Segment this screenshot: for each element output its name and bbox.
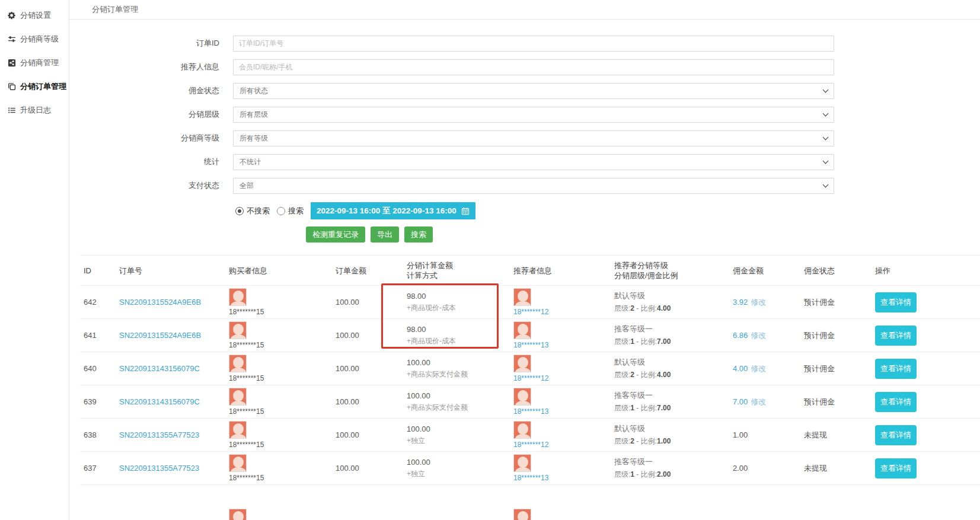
referrer-grade: 默认等级 — [614, 423, 726, 434]
column-header-1: 订单号 — [116, 256, 225, 286]
calc-amount: 100.00 — [407, 425, 506, 433]
filter-select-2[interactable]: 所有状态 — [233, 83, 834, 99]
green-button-0[interactable]: 检测重复记录 — [306, 226, 365, 243]
sidebar: 分销设置分销商等级分销商管理分销订单管理升级日志 — [0, 0, 69, 520]
cell-partial — [403, 485, 510, 520]
cell-referrer: 18*******13 — [510, 319, 611, 352]
sidebar-item-3[interactable]: 分销订单管理 — [0, 75, 69, 98]
level-prefix: 层级: — [614, 337, 630, 346]
calc-amount: 100.00 — [407, 358, 506, 367]
filter-row: 佣金状态所有状态 — [69, 79, 980, 103]
cell-id: 639 — [80, 385, 116, 419]
radio-search[interactable]: 搜索 — [277, 206, 304, 216]
ratio-value: 2.00 — [657, 470, 671, 478]
order-amount: 100.00 — [336, 464, 359, 473]
cell-grade: 默认等级层级:2 - 比例:4.00 — [611, 286, 729, 319]
sidebar-item-2[interactable]: 分销商管理 — [0, 51, 69, 75]
filter-control: 全部 — [233, 178, 834, 194]
referrer-phone-link[interactable]: 18*******12 — [513, 374, 607, 382]
commission-amount: 3.92 — [733, 298, 748, 307]
view-detail-button[interactable]: 查看详情 — [875, 292, 917, 312]
order-no-link[interactable]: SN220913143156079C — [119, 364, 200, 373]
filter-input-1[interactable] — [233, 59, 834, 75]
column-header-line2: 分销层级/佣金比例 — [614, 270, 726, 280]
radio-selected-icon — [235, 207, 244, 215]
cell-commission-status: 未提现 — [800, 452, 872, 485]
referrer-phone-link[interactable]: 18*******13 — [513, 407, 607, 416]
column-header-line1: 推荐者信息 — [513, 266, 607, 276]
filter-control: 所有等级 — [233, 130, 834, 146]
referrer-phone-link[interactable]: 18*******12 — [513, 441, 607, 449]
filter-select-6[interactable]: 全部 — [233, 178, 834, 194]
order-amount: 100.00 — [336, 430, 359, 439]
commission-edit-link[interactable]: 修改 — [751, 331, 766, 340]
ratio-prefix: 比例: — [641, 404, 657, 412]
level-ratio: 层级:2 - 比例:4.00 — [614, 370, 726, 380]
calendar-icon — [461, 207, 470, 215]
filter-control: 所有状态 — [233, 83, 834, 99]
cell-buyer: 18*******15 — [225, 319, 332, 352]
chevron-down-icon — [823, 158, 829, 164]
column-header-7: 佣金金额 — [729, 256, 800, 286]
level-prefix: 层级: — [614, 470, 630, 478]
cell-order-amount: 100.00 — [332, 452, 403, 485]
commission-edit-link[interactable]: 修改 — [751, 364, 766, 373]
cell-commission-status: 预计佣金 — [800, 352, 872, 385]
referrer-avatar — [513, 388, 531, 406]
order-no-link[interactable]: SN22091315524A9E6B — [119, 298, 201, 307]
view-detail-button[interactable]: 查看详情 — [875, 425, 917, 445]
separator: - — [634, 337, 641, 346]
filter-label: 佣金状态 — [69, 85, 219, 96]
buyer-avatar — [229, 321, 247, 339]
calc-method: +商品现价-成本 — [407, 336, 506, 346]
column-header-4: 分销计算金额计算方式 — [403, 256, 510, 286]
cell-order-no: SN22091315524A9E6B — [116, 319, 225, 352]
order-no-link[interactable]: SN22091315524A9E6B — [119, 331, 201, 340]
referrer-phone-link[interactable]: 18*******12 — [513, 308, 607, 316]
cell-grade: 默认等级层级:2 - 比例:4.00 — [611, 352, 729, 385]
radio-no-search[interactable]: 不搜索 — [235, 206, 270, 216]
cell-order-no: SN220913143156079C — [116, 352, 225, 385]
cell-partial — [225, 485, 332, 520]
view-detail-button[interactable]: 查看详情 — [875, 359, 917, 379]
referrer-phone-link[interactable]: 18*******13 — [513, 474, 607, 482]
referrer-phone-link[interactable]: 18*******13 — [513, 341, 607, 349]
date-range-button[interactable]: 2022-09-13 16:00 至 2022-09-13 16:00 — [311, 202, 475, 219]
commission-status: 预计佣金 — [804, 298, 835, 307]
filter-select-4[interactable]: 所有等级 — [233, 130, 834, 146]
filter-row: 分销商等级所有等级 — [69, 126, 980, 150]
chevron-down-icon — [823, 181, 829, 187]
view-detail-button[interactable]: 查看详情 — [875, 326, 917, 346]
view-detail-button[interactable]: 查看详情 — [875, 458, 917, 478]
filter-input-0[interactable] — [233, 36, 834, 52]
order-no-link[interactable]: SN2209131355A77523 — [119, 464, 199, 473]
cell-order-amount: 100.00 — [332, 385, 403, 419]
order-no-link[interactable]: SN2209131355A77523 — [119, 430, 199, 439]
calc-amount: 100.00 — [407, 391, 506, 400]
row-id: 642 — [84, 298, 97, 307]
referrer-grade: 推客等级一 — [614, 390, 726, 401]
order-amount: 100.00 — [336, 364, 359, 373]
sidebar-item-4[interactable]: 升级日志 — [0, 98, 69, 122]
share-icon — [8, 59, 16, 67]
column-header-5: 推荐者信息 — [510, 256, 611, 286]
calc-amount: 100.00 — [407, 458, 506, 467]
chevron-down-icon — [823, 87, 829, 92]
order-no-link[interactable]: SN220913143156079C — [119, 397, 200, 406]
green-button-2[interactable]: 搜索 — [404, 226, 433, 243]
filter-label: 统计 — [69, 157, 219, 167]
sidebar-item-1[interactable]: 分销商等级 — [0, 27, 69, 51]
filter-select-5[interactable]: 不统计 — [233, 154, 834, 170]
green-button-1[interactable]: 导出 — [371, 226, 399, 243]
filter-label: 订单ID — [69, 38, 219, 49]
filter-select-3[interactable]: 所有层级 — [233, 107, 834, 123]
referrer-grade: 推客等级一 — [614, 457, 726, 467]
commission-edit-link[interactable]: 修改 — [751, 397, 766, 406]
commission-edit-link[interactable]: 修改 — [751, 298, 766, 307]
view-detail-button[interactable]: 查看详情 — [875, 392, 917, 412]
cell-buyer: 18*******15 — [225, 385, 332, 419]
column-header-line1: 佣金金额 — [733, 266, 797, 276]
page-tab[interactable]: 分销订单管理 — [92, 0, 138, 19]
order-amount: 100.00 — [336, 397, 359, 406]
sidebar-item-0[interactable]: 分销设置 — [0, 4, 69, 27]
